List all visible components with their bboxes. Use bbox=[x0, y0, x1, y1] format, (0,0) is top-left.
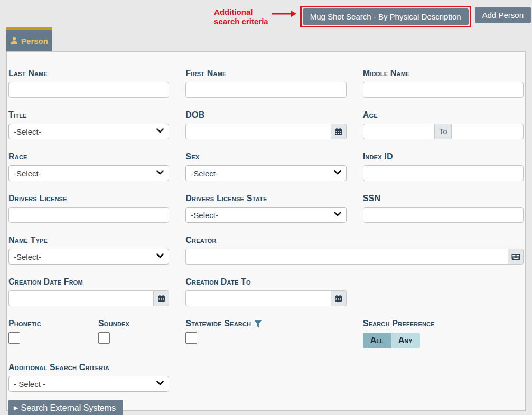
sex-label: Sex bbox=[185, 152, 346, 162]
name-type-select[interactable]: -Select- bbox=[8, 249, 169, 265]
chevron-down-icon bbox=[156, 253, 164, 258]
age-from-input[interactable] bbox=[363, 124, 435, 139]
calendar-icon bbox=[334, 128, 342, 136]
keyboard-icon bbox=[511, 253, 520, 260]
age-to-input[interactable] bbox=[451, 124, 524, 139]
field-last-name: Last Name bbox=[8, 69, 169, 98]
ssn-input[interactable] bbox=[363, 207, 524, 223]
creation-date-to-label: Creation Date To bbox=[185, 277, 346, 287]
person-icon bbox=[11, 37, 18, 44]
annotation-text: Additional search criteria bbox=[214, 7, 268, 26]
field-age: Age To bbox=[363, 110, 524, 139]
last-name-label: Last Name bbox=[8, 69, 169, 78]
chevron-down-icon bbox=[156, 381, 164, 385]
mug-shot-search-button[interactable]: Mug Shot Search - By Physical Descriptio… bbox=[303, 8, 469, 25]
field-drivers-license: Drivers License bbox=[8, 194, 169, 223]
soundex-label: Soundex bbox=[98, 319, 169, 328]
annotation-line1: Additional bbox=[214, 7, 268, 17]
drivers-license-label: Drivers License bbox=[8, 194, 169, 203]
name-type-label: Name Type bbox=[8, 235, 169, 245]
sex-select-value: -Select- bbox=[191, 169, 218, 178]
chevron-down-icon bbox=[156, 170, 164, 175]
drivers-license-state-select-value: -Select- bbox=[191, 211, 218, 220]
field-name-type: Name Type -Select- bbox=[8, 235, 169, 265]
title-select[interactable]: -Select- bbox=[8, 124, 169, 139]
field-index-id: Index ID bbox=[363, 152, 524, 181]
calendar-icon bbox=[157, 295, 165, 303]
middle-name-input[interactable] bbox=[363, 82, 524, 98]
add-person-button[interactable]: Add Person bbox=[475, 7, 531, 23]
field-creation-date-from: Creation Date From bbox=[8, 277, 169, 306]
index-id-label: Index ID bbox=[363, 152, 524, 162]
chevron-down-icon bbox=[334, 212, 341, 216]
field-creation-date-to: Creation Date To bbox=[185, 277, 346, 306]
calendar-icon bbox=[334, 295, 342, 303]
tab-person-label: Person bbox=[21, 36, 48, 45]
drivers-license-state-label: Drivers License State bbox=[185, 194, 346, 203]
index-id-input[interactable] bbox=[363, 165, 524, 181]
soundex-checkbox[interactable] bbox=[98, 332, 110, 344]
creator-label: Creator bbox=[185, 235, 524, 245]
phonetic-checkbox[interactable] bbox=[8, 332, 20, 344]
field-first-name: First Name bbox=[185, 69, 346, 98]
middle-name-label: Middle Name bbox=[363, 69, 524, 78]
tab-person[interactable]: Person bbox=[6, 27, 52, 51]
race-label: Race bbox=[8, 152, 169, 162]
dob-input[interactable] bbox=[185, 124, 330, 139]
dob-calendar-button[interactable] bbox=[331, 124, 347, 139]
chevron-down-icon bbox=[334, 170, 341, 175]
field-drivers-license-state: Drivers License State -Select- bbox=[185, 194, 346, 223]
sex-select[interactable]: -Select- bbox=[185, 165, 346, 181]
search-preference-toggle: All Any bbox=[363, 333, 420, 348]
search-preference-all-button[interactable]: All bbox=[363, 333, 391, 348]
statewide-search-label: Statewide Search bbox=[185, 319, 251, 328]
field-race: Race -Select- bbox=[8, 152, 169, 181]
search-external-systems-label: Search External Systems bbox=[21, 403, 116, 413]
field-phonetic: Phonetic bbox=[8, 319, 98, 348]
additional-search-criteria-select[interactable]: - Select - bbox=[8, 376, 169, 392]
search-preference-label: Search Preference bbox=[363, 319, 524, 328]
title-label: Title bbox=[8, 110, 169, 120]
first-name-input[interactable] bbox=[185, 82, 346, 98]
field-middle-name: Middle Name bbox=[363, 69, 524, 98]
creation-date-to-input[interactable] bbox=[185, 290, 330, 306]
annotation-highlight-box: Mug Shot Search - By Physical Descriptio… bbox=[300, 6, 471, 27]
page: Additional search criteria Mug Shot Sear… bbox=[0, 0, 532, 415]
name-type-select-value: -Select- bbox=[14, 252, 41, 261]
triangle-right-icon: ▶ bbox=[14, 404, 18, 411]
search-external-systems-button[interactable]: ▶ Search External Systems bbox=[8, 400, 123, 415]
dob-label: DOB bbox=[185, 110, 346, 120]
drivers-license-input[interactable] bbox=[8, 207, 169, 223]
field-title: Title -Select- bbox=[8, 110, 169, 139]
field-search-preference: Search Preference All Any bbox=[363, 319, 524, 348]
field-sex: Sex -Select- bbox=[185, 152, 346, 181]
field-soundex: Soundex bbox=[98, 319, 169, 348]
additional-search-criteria-label: Additional Search Criteria bbox=[8, 363, 169, 372]
first-name-label: First Name bbox=[185, 69, 346, 78]
ssn-label: SSN bbox=[363, 194, 524, 203]
race-select-value: -Select- bbox=[14, 169, 41, 178]
field-dob: DOB bbox=[185, 110, 346, 139]
statewide-search-checkbox[interactable] bbox=[185, 332, 197, 344]
creator-input[interactable] bbox=[185, 249, 508, 265]
title-select-value: -Select- bbox=[14, 127, 41, 136]
drivers-license-state-select[interactable]: -Select- bbox=[185, 207, 346, 223]
creation-date-from-calendar-button[interactable] bbox=[153, 290, 169, 306]
race-select[interactable]: -Select- bbox=[8, 165, 169, 181]
creation-date-from-label: Creation Date From bbox=[8, 277, 169, 287]
last-name-input[interactable] bbox=[8, 82, 169, 98]
field-statewide-search: Statewide Search bbox=[185, 319, 346, 348]
annotation-line2: search criteria bbox=[214, 17, 268, 26]
person-search-panel: Last Name First Name Middle Name Title -… bbox=[6, 51, 526, 411]
search-preference-any-button[interactable]: Any bbox=[391, 333, 420, 348]
chevron-down-icon bbox=[156, 128, 164, 133]
field-additional-search-criteria: Additional Search Criteria - Select - bbox=[8, 363, 169, 392]
filter-icon[interactable] bbox=[254, 320, 262, 328]
creator-keyboard-button[interactable] bbox=[508, 249, 524, 265]
age-to-separator: To bbox=[434, 124, 451, 139]
field-creator: Creator bbox=[185, 235, 524, 265]
age-label: Age bbox=[363, 110, 524, 120]
field-ssn: SSN bbox=[363, 194, 524, 223]
creation-date-to-calendar-button[interactable] bbox=[331, 290, 347, 306]
creation-date-from-input[interactable] bbox=[8, 290, 153, 306]
